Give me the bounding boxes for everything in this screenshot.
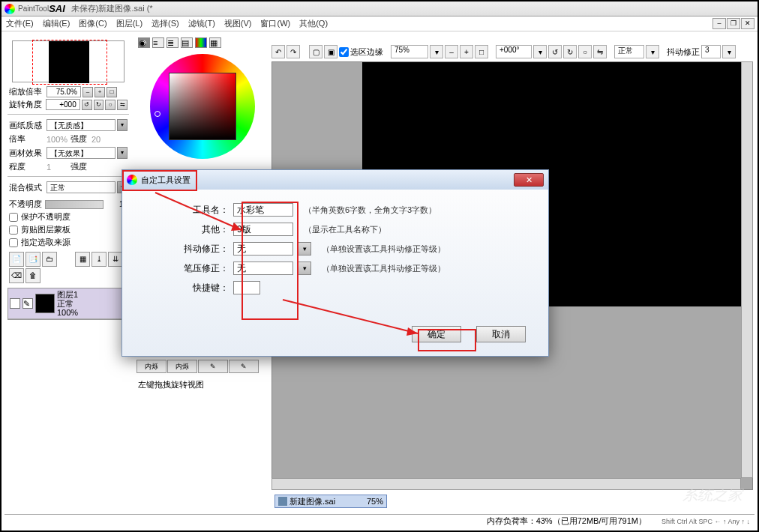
zoom-in-button[interactable]: + (460, 45, 473, 58)
shortcut-input[interactable] (233, 281, 260, 294)
minimize-button[interactable]: – (712, 18, 726, 29)
sel-edge-checkbox[interactable] (339, 47, 349, 57)
rotation-dropdown-icon[interactable]: ▾ (533, 45, 547, 58)
delete-layer-button[interactable]: 🗑 (26, 268, 40, 283)
tool-2[interactable]: 内烁 (167, 360, 197, 373)
rotate-reset-button[interactable]: ○ (578, 45, 592, 58)
tool-4[interactable]: ✎ (229, 360, 259, 373)
transfer-down-button[interactable]: ⤓ (92, 252, 106, 267)
zoom-label: 缩放倍率 (9, 86, 45, 97)
zoom-minus-button[interactable]: – (82, 87, 93, 97)
redo-button[interactable]: ↷ (286, 45, 300, 58)
stab-select[interactable]: 无 (233, 242, 293, 256)
menu-image[interactable]: 图像(C) (79, 18, 106, 29)
texture-select[interactable]: 【无质感】 (46, 119, 116, 131)
menu-filter[interactable]: 滤镜(T) (188, 18, 215, 29)
ok-button[interactable]: 确定 (412, 326, 461, 342)
new-folder-button[interactable]: 🗀 (42, 252, 57, 267)
new-linework-button[interactable]: 📑 (26, 252, 40, 267)
maximize-button[interactable]: ❐ (727, 18, 740, 29)
rot-ccw-button[interactable]: ↺ (82, 100, 92, 110)
invert-sel-button[interactable]: ▣ (324, 45, 338, 58)
display-mode[interactable]: 正常 (614, 45, 644, 58)
swatch-mode3-icon[interactable]: ▤ (181, 37, 193, 48)
swatch-mode4-icon[interactable] (195, 37, 207, 48)
effect-dropdown-icon[interactable]: ▾ (117, 147, 128, 159)
stabilizer-dropdown-icon[interactable]: ▾ (722, 45, 736, 58)
cancel-button[interactable]: 取消 (476, 326, 526, 342)
dialog-icon (127, 175, 137, 185)
swatch-mode2-icon[interactable]: ≣ (166, 37, 178, 48)
mask-button[interactable]: ▦ (75, 252, 90, 267)
color-wheel-mode-icon[interactable]: ◉ (138, 37, 150, 48)
protect-alpha-checkbox[interactable] (9, 213, 18, 222)
other-input[interactable] (233, 223, 293, 236)
zoom-reset-button[interactable]: □ (106, 87, 117, 97)
menu-edit[interactable]: 编辑(E) (43, 18, 70, 29)
clear-layer-button[interactable]: ⌫ (9, 268, 24, 283)
navigator-thumbnail[interactable] (12, 40, 124, 82)
zoom-plus-button[interactable]: + (94, 87, 105, 97)
menu-layer[interactable]: 图层(L) (116, 18, 142, 29)
horizontal-scrollbar[interactable] (272, 478, 741, 490)
zoom-out-button[interactable]: – (445, 45, 458, 58)
tool-1[interactable]: 内烁 (136, 360, 166, 373)
texture-dropdown-icon[interactable]: ▾ (117, 119, 128, 131)
dialog-titlebar[interactable]: 自定工具设置 ✕ (122, 170, 548, 190)
stab-label: 抖动修正： (137, 243, 229, 256)
mode-dropdown-icon[interactable]: ▾ (646, 45, 659, 58)
zoom-value[interactable]: 75.0% (46, 86, 81, 97)
close-button[interactable]: ✕ (741, 18, 754, 29)
new-layer-button[interactable]: 📄 (9, 252, 24, 267)
tool-name-input[interactable] (233, 203, 293, 217)
clipping-mask-checkbox[interactable] (9, 226, 18, 235)
rotation-value[interactable]: +000° (496, 45, 532, 58)
stabilizer-value[interactable]: 3 (701, 45, 721, 58)
vertical-scrollbar[interactable] (741, 61, 753, 478)
strength-label: 强度 (70, 133, 90, 145)
opacity-label: 不透明度 (9, 199, 42, 210)
menu-other[interactable]: 其他(Q) (299, 18, 328, 29)
rotate-cw-button[interactable]: ↻ (563, 45, 577, 58)
undo-button[interactable]: ↶ (272, 45, 285, 58)
deselect-button[interactable]: ▢ (309, 45, 322, 58)
effect-select[interactable]: 【无效果】 (46, 147, 116, 159)
rot-cw-button[interactable]: ↻ (94, 100, 104, 110)
flip-h-button[interactable]: ⇋ (593, 45, 607, 58)
title-bar: PaintTool SAI 未保存)新建图像.sai (* (2, 1, 758, 16)
zoom-dropdown-icon[interactable]: ▾ (430, 45, 443, 58)
left-panel: 缩放倍率 75.0% – + □ 旋转角度 +000 ↺ ↻ ○ ⇋ 画纸质感 … (4, 33, 132, 511)
menu-window[interactable]: 窗口(W) (260, 18, 290, 29)
color-wheel[interactable] (150, 54, 255, 159)
flip-button[interactable]: ⇋ (117, 100, 128, 110)
layer-edit-icon[interactable]: ✎ (22, 298, 33, 309)
window-controls: – ❐ ✕ (712, 18, 754, 29)
layer-visibility-icon[interactable] (10, 298, 20, 309)
menu-select[interactable]: 选择(S) (152, 18, 179, 29)
color-square[interactable] (169, 73, 236, 140)
swatch-mode5-icon[interactable]: ▦ (209, 37, 221, 48)
effect-label: 画材效果 (9, 148, 45, 159)
blend-select[interactable]: 正常 (46, 181, 116, 193)
zoom-fit-button[interactable]: □ (475, 45, 488, 58)
rot-reset-button[interactable]: ○ (105, 100, 116, 110)
layer-item[interactable]: ✎ 图层1 正常 100% (8, 288, 128, 319)
canvas-toolbar: ↶ ↷ ▢ ▣ 选区边缘 75% ▾ – + □ +000° ▾ ↺ ↻ ○ ⇋… (272, 43, 753, 60)
stab-dropdown-icon[interactable]: ▾ (298, 242, 311, 256)
press-dropdown-icon[interactable]: ▾ (298, 262, 311, 275)
selection-source-checkbox[interactable] (9, 238, 18, 247)
rotate-ccw-button[interactable]: ↺ (548, 45, 562, 58)
opacity-slider[interactable] (45, 200, 104, 209)
zoom-select[interactable]: 75% (391, 45, 428, 58)
watermark: 系统之家 (682, 485, 742, 505)
menu-file[interactable]: 文件(E) (6, 18, 34, 29)
press-select[interactable]: 无 (233, 262, 293, 275)
document-tab[interactable]: 新建图像.sai 75% (274, 495, 387, 508)
swatch-mode1-icon[interactable]: ≡ (152, 37, 164, 48)
dialog-close-button[interactable]: ✕ (514, 173, 544, 187)
tool-3[interactable]: ✎ (198, 360, 228, 373)
rotation-value-nav[interactable]: +000 (46, 99, 80, 110)
merge-down-button[interactable]: ⇊ (108, 252, 123, 267)
layer-name: 图层1 (57, 290, 127, 299)
menu-view[interactable]: 视图(V) (224, 18, 252, 29)
